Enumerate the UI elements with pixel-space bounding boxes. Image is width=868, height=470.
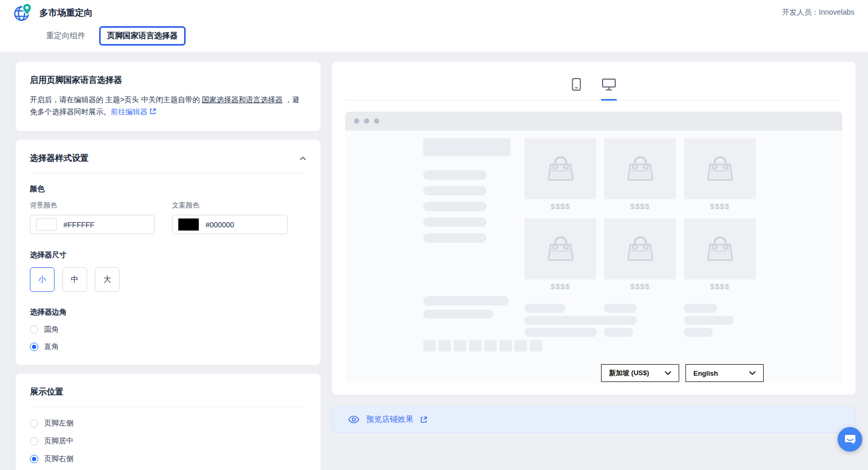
product-image-placeholder [684, 218, 756, 279]
skeleton-line [524, 304, 565, 313]
external-link-icon [149, 108, 156, 115]
radio-selected-icon[interactable] [30, 343, 38, 351]
language-selector-dropdown[interactable]: English [685, 364, 764, 382]
color-section-label: 颜色 [30, 184, 306, 194]
position-option-footer-left[interactable]: 页脚左侧 [30, 419, 306, 428]
card-divider [30, 173, 306, 173]
top-bar: 多市场重定向 开发人员：Innovelabs [0, 0, 868, 25]
skeleton-line [684, 328, 713, 337]
skeleton-product-card: $$$$ [604, 138, 676, 218]
size-button-medium[interactable]: 中 [62, 267, 87, 292]
skeleton-block [423, 138, 510, 156]
go-to-editor-link[interactable]: 前往编辑器 [111, 107, 156, 116]
skeleton-caption-col [604, 304, 676, 340]
preview-panel: $$$$ [332, 62, 855, 395]
app-title: 多市场重定向 [39, 7, 93, 19]
size-section-label: 选择器尺寸 [30, 250, 306, 260]
skeleton-page-box [423, 340, 436, 352]
footer-selector-row: 新加坡 (US$) English [601, 364, 764, 382]
background-color-value: #FFFFFF [63, 221, 94, 229]
price-placeholder: $$$$ [684, 282, 756, 291]
skeleton-page-box [515, 340, 527, 352]
size-button-large[interactable]: 大 [95, 267, 120, 292]
chat-bubble-icon [844, 433, 856, 446]
radio-unselected-icon[interactable] [30, 325, 38, 334]
skeleton-product-card: $$$$ [604, 218, 676, 299]
tab-footer-selector[interactable]: 页脚国家语言选择器 [99, 26, 186, 46]
radio-selected-icon[interactable] [30, 455, 38, 463]
text-color-label: 文案颜色 [172, 201, 288, 210]
shopping-bag-icon [544, 234, 577, 264]
skeleton-line [684, 316, 734, 325]
main-content: 启用页脚国家语言选择器 开启后，请在编辑器的 主题>页头 中关闭主题自带的 国家… [0, 52, 868, 470]
corner-option-rounded[interactable]: 圆角 [30, 325, 306, 334]
preview-store-link-bar[interactable]: 预览店铺效果 [332, 406, 855, 433]
skeleton-line [684, 304, 717, 313]
price-placeholder: $$$$ [524, 282, 596, 291]
skeleton-product-card: $$$$ [524, 218, 596, 299]
corner-option-square[interactable]: 直角 [30, 342, 306, 352]
browser-dot [364, 118, 369, 124]
store-preview-content: $$$$ [345, 130, 842, 383]
skeleton-product-grid: $$$$ [524, 138, 756, 383]
skeleton-line [423, 296, 509, 305]
settings-column: 启用页脚国家语言选择器 开启后，请在编辑器的 主题>页头 中关闭主题自带的 国家… [16, 62, 320, 470]
product-image-placeholder [524, 218, 596, 279]
corner-section-label: 选择器边角 [30, 308, 306, 317]
position-card-title: 展示位置 [30, 387, 306, 398]
product-image-placeholder [604, 138, 676, 199]
skeleton-line [423, 170, 487, 180]
skeleton-line [604, 316, 637, 325]
tab-redirect-widget[interactable]: 重定向组件 [46, 27, 85, 45]
background-color-swatch[interactable] [36, 218, 57, 231]
background-color-field: 背景颜色 #FFFFFF [30, 201, 155, 234]
skeleton-line [423, 217, 487, 227]
text-color-swatch[interactable] [178, 218, 199, 231]
skeleton-line [524, 328, 597, 337]
enable-card-title: 启用页脚国家语言选择器 [30, 75, 306, 86]
mobile-preview-tab[interactable] [569, 74, 584, 100]
country-selector-dropdown[interactable]: 新加坡 (US$) [601, 364, 679, 382]
chat-support-button[interactable] [838, 427, 862, 452]
device-toggle [345, 68, 842, 101]
price-placeholder: $$$$ [684, 202, 756, 211]
browser-dot [354, 118, 359, 124]
skeleton-page-box [499, 340, 512, 352]
text-color-input[interactable]: #000000 [172, 215, 288, 234]
developer-label: 开发人员：Innovelabs [782, 8, 854, 17]
tab-bar: 重定向组件 页脚国家语言选择器 [0, 25, 868, 52]
radio-unselected-icon[interactable] [30, 419, 38, 428]
shopping-bag-icon [704, 154, 736, 184]
desktop-preview-tab[interactable] [599, 74, 619, 100]
position-option-footer-right[interactable]: 页脚右侧 [30, 454, 306, 464]
card-divider [30, 407, 306, 407]
skeleton-caption-col [684, 304, 756, 340]
size-button-small[interactable]: 小 [30, 267, 55, 292]
skeleton-line [423, 202, 487, 211]
price-placeholder: $$$$ [524, 202, 596, 211]
skeleton-product-card: $$$$ [684, 138, 756, 218]
preview-store-link[interactable]: 预览店铺效果 [366, 414, 413, 424]
shopping-bag-icon [704, 234, 736, 264]
skeleton-caption-col [524, 304, 596, 340]
browser-chrome-bar [345, 112, 842, 130]
price-placeholder: $$$$ [604, 202, 676, 211]
skeleton-line [604, 328, 633, 337]
radio-unselected-icon[interactable] [30, 437, 38, 445]
collapse-chevron-up-icon[interactable] [299, 156, 306, 161]
preview-column: $$$$ [332, 62, 855, 433]
shopping-bag-icon [624, 234, 657, 264]
chevron-down-icon [749, 371, 756, 375]
shopping-bag-icon [624, 154, 657, 184]
price-placeholder: $$$$ [604, 282, 676, 291]
background-color-label: 背景颜色 [30, 201, 155, 210]
skeleton-line [524, 316, 608, 325]
selector-style-card: 选择器样式设置 颜色 背景颜色 #FFFFFF 文案颜色 [16, 140, 320, 365]
background-color-input[interactable]: #FFFFFF [30, 215, 155, 234]
skeleton-line [423, 310, 494, 319]
product-image-placeholder [524, 138, 596, 199]
chevron-down-icon [665, 371, 671, 375]
skeleton-page-box [469, 340, 481, 352]
shopping-bag-icon [544, 154, 577, 184]
position-option-footer-center[interactable]: 页脚居中 [30, 436, 306, 446]
